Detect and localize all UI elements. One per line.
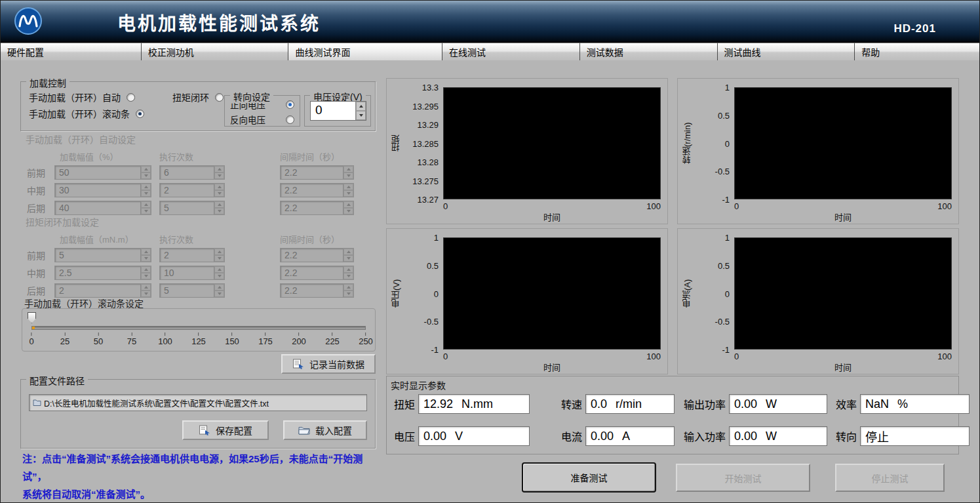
table-row: 前期 50 6 2.2	[20, 165, 378, 180]
realtime-row: 扭矩 12.92N.mm 转速 0.0r/min 输出功率 0.00W 效率 N…	[391, 394, 970, 414]
config-path-text: D:\长胜电机加载性能测试系统\配置文件\配置文件\配置文件.txt	[44, 397, 269, 409]
x-axis-label: 时间	[443, 361, 661, 372]
tab-test-data[interactable]: 测试数据	[580, 43, 718, 60]
y-axis-label: 电流(A)	[679, 237, 695, 350]
count-field: 2	[159, 183, 225, 197]
radio-circle-icon[interactable]	[286, 100, 294, 109]
tab-curve-test[interactable]: 曲线测试界面	[288, 43, 442, 60]
field-label: 输入功率	[684, 428, 729, 444]
row-label: 后期	[20, 284, 54, 297]
spinner-icon	[140, 184, 151, 197]
spinner-icon	[140, 166, 151, 179]
slider-group-title: 手动加载（开环）滚动条设定	[24, 296, 144, 310]
y-axis-ticks: 10.50-0.5-1	[695, 87, 734, 199]
tab-calibrate-dyno[interactable]: 校正测功机	[142, 43, 289, 60]
save-icon	[199, 425, 210, 435]
table-row: 中期 30 2 2.2	[20, 183, 378, 197]
voltage-input[interactable]: 0	[310, 101, 366, 121]
field-label: 电压	[391, 428, 418, 444]
load-slider-group: 0255075100125150175200225250	[22, 308, 376, 352]
field-label: 扭矩	[391, 396, 418, 412]
field-speed: 转速 0.0r/min	[559, 394, 675, 414]
radio-reverse-voltage[interactable]: 反向电压	[225, 111, 300, 126]
save-config-button[interactable]: 保存配置	[182, 420, 269, 440]
slider-thumb[interactable]	[28, 312, 36, 323]
interval-field: 2.2	[280, 183, 354, 197]
radio-circle-icon[interactable]	[136, 110, 144, 118]
row-label: 中期	[20, 184, 54, 197]
count-field: 5	[159, 283, 225, 298]
table-row: 后期 2 5 2.2	[20, 283, 378, 298]
spinner-icon	[343, 284, 353, 297]
radio-manual-slider[interactable]: 手动加载（开环）滚动条	[29, 107, 144, 120]
field-label: 输出功率	[684, 396, 729, 412]
slider-ruler: 0255075100125150175200225250	[31, 332, 366, 350]
field-label: 电流	[559, 428, 585, 444]
app-logo-icon	[14, 7, 43, 35]
control-panel: 加载控制 手动加载（开环）自动 手动加载（开环）滚动条 扭矩闭环 转向设定 正向…	[20, 76, 378, 501]
row-label: 后期	[20, 201, 54, 214]
field-value-box: 0.00V	[418, 426, 530, 446]
radio-label: 手动加载（开环）自动	[29, 91, 121, 104]
amplitude-field: 50	[54, 165, 151, 180]
x-axis-ticks: 0100	[734, 350, 952, 361]
y-axis-label: 扭矩	[388, 87, 404, 199]
count-field: 2	[159, 248, 225, 262]
spinner-icon	[343, 166, 353, 179]
realtime-row: 电压 0.00V 电流 0.00A 输入功率 0.00W 转向 停止	[391, 426, 970, 446]
spinner-icon	[140, 266, 151, 279]
field-current: 电流 0.00A	[559, 426, 675, 446]
amplitude-field: 2	[54, 283, 151, 298]
x-axis-label: 时间	[734, 211, 952, 222]
slider-fill	[32, 327, 35, 329]
x-axis-ticks: 0100	[443, 199, 661, 211]
note-line-1: 注：点击“准备测试”系统会接通电机供电电源，如果25秒后，未能点击“开始测试”，	[22, 450, 378, 485]
table-row: 前期 5 2 2.2	[20, 248, 378, 262]
model-number: HD-201	[893, 22, 936, 35]
prepare-test-button[interactable]: 准备测试	[522, 462, 656, 493]
x-axis-label: 时间	[734, 361, 952, 372]
button-label: 记录当前数据	[309, 357, 364, 371]
plot-area	[443, 237, 661, 350]
x-axis-ticks: 0100	[443, 350, 661, 361]
group-title: 配置文件路径	[26, 374, 88, 387]
realtime-panel: 实时显示参数 扭矩 12.92N.mm 转速 0.0r/min 输出功率 0.0…	[386, 376, 959, 454]
load-config-button[interactable]: 载入配置	[283, 420, 367, 440]
row-label: 前期	[20, 166, 54, 179]
x-axis-ticks: 0100	[734, 199, 952, 211]
button-label: 载入配置	[315, 424, 352, 437]
radio-circle-icon[interactable]	[127, 93, 135, 102]
field-label: 转向	[832, 428, 860, 444]
plot-area	[443, 87, 661, 199]
config-path-field[interactable]: D:\长胜电机加载性能测试系统\配置文件\配置文件\配置文件.txt	[29, 394, 367, 411]
y-axis-ticks: 10.50-0.5-1	[404, 237, 443, 350]
amplitude-field: 2.5	[54, 266, 151, 280]
tab-test-curves[interactable]: 测试曲线	[718, 43, 855, 60]
count-field: 10	[159, 266, 225, 280]
tab-help[interactable]: 帮助	[855, 43, 979, 60]
radio-circle-icon[interactable]	[215, 93, 224, 102]
field-torque: 扭矩 12.92N.mm	[391, 394, 530, 414]
spinner-icon	[343, 184, 353, 197]
chart-torque: 扭矩 13.313.29513.2913.28513.2813.27513.27…	[386, 78, 668, 224]
spinner-icon[interactable]	[355, 102, 366, 120]
table-row: 中期 2.5 10 2.2	[20, 266, 378, 280]
field-input-power: 输入功率 0.00W	[684, 426, 827, 446]
stop-test-button: 停止测试	[835, 464, 945, 492]
chart-current: 电流(A) 10.50-0.5-1 0100 时间	[677, 228, 959, 374]
field-efficiency: 效率 NaN%	[832, 394, 970, 414]
tab-hardware-config[interactable]: 硬件配置	[1, 43, 142, 60]
radio-label: 手动加载（开环）滚动条	[29, 107, 130, 120]
voltage-value[interactable]: 0	[311, 102, 355, 120]
radio-label: 反向电压	[230, 113, 265, 126]
radio-torque-loop[interactable]: 扭矩闭环	[172, 91, 224, 104]
radio-manual-auto[interactable]: 手动加载（开环）自动	[29, 91, 135, 104]
field-label: 效率	[832, 396, 860, 412]
radio-circle-icon[interactable]	[286, 115, 294, 124]
field-voltage: 电压 0.00V	[391, 426, 530, 446]
chart-voltage: 电压(V) 10.50-0.5-1 0100 时间	[386, 228, 668, 374]
slider-track[interactable]	[31, 326, 366, 330]
config-path-group: 配置文件路径 D:\长胜电机加载性能测试系统\配置文件\配置文件\配置文件.tx…	[20, 379, 376, 449]
tab-online-test[interactable]: 在线测试	[442, 43, 580, 60]
record-data-button[interactable]: 记录当前数据	[281, 354, 376, 374]
